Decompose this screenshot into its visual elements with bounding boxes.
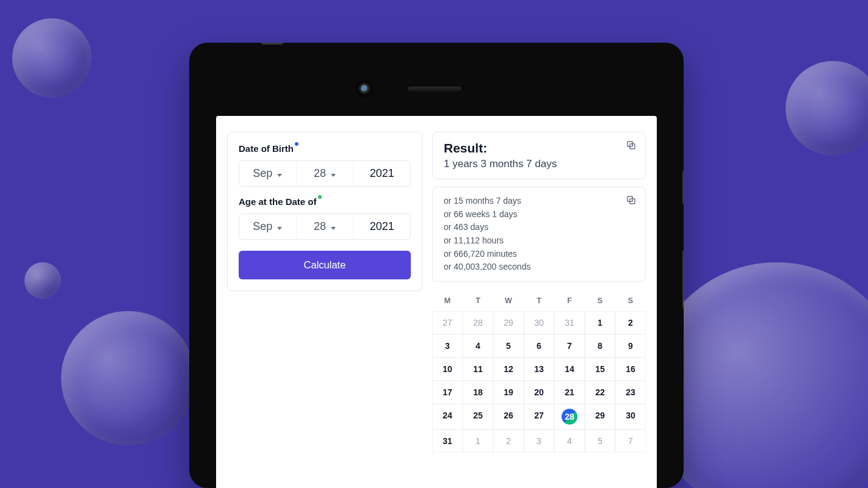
age-at-group: Age at the Date of Sep 28 2021	[239, 196, 411, 240]
dob-day-select[interactable]: 28	[296, 161, 353, 186]
calendar-day[interactable]: 2	[615, 311, 646, 334]
calendar-day[interactable]: 15	[585, 357, 615, 381]
calendar-day[interactable]: 27	[524, 404, 554, 429]
dob-label-text: Date of Birth	[239, 143, 294, 154]
calendar-row: 3456789	[432, 334, 646, 357]
calendar-day[interactable]: 19	[493, 381, 524, 404]
calendar-day[interactable]: 9	[615, 334, 646, 357]
results-column: Result: 1 years 3 months 7 days or 15 mo…	[432, 132, 646, 472]
age-at-label: Age at the Date of	[239, 196, 317, 207]
calendar-weekdays: MTWTFSS	[432, 292, 646, 311]
calendar-day[interactable]: 30	[524, 311, 554, 334]
age-at-day-value: 28	[314, 220, 326, 233]
copy-icon[interactable]	[626, 140, 637, 151]
decorative-bubble	[12, 18, 92, 98]
calendar-row: 17181920212223	[432, 381, 646, 404]
calendar-day[interactable]: 7	[554, 334, 585, 357]
tablet-side-button	[682, 171, 684, 204]
calendar-day[interactable]: 28	[554, 404, 585, 429]
calendar-day[interactable]: 31	[432, 429, 463, 453]
dob-date-row: Sep 28 2021	[239, 160, 411, 187]
age-at-year-input[interactable]: 2021	[353, 214, 410, 239]
calendar-day[interactable]: 16	[615, 357, 646, 381]
tablet-camera	[359, 83, 370, 94]
calendar-day[interactable]: 21	[554, 381, 585, 404]
indicator-dot-icon	[295, 142, 298, 146]
chevron-down-icon	[330, 220, 336, 233]
weekday-header: T	[463, 292, 493, 311]
calendar-day[interactable]: 8	[585, 334, 615, 357]
decorative-bubble	[24, 262, 61, 299]
chevron-down-icon	[330, 167, 336, 180]
result-title: Result:	[444, 141, 634, 156]
age-at-month-select[interactable]: Sep	[239, 214, 296, 239]
calendar-row: 272829303112	[432, 311, 646, 334]
calendar-day[interactable]: 23	[615, 381, 646, 404]
calendar-day[interactable]: 7	[615, 429, 646, 453]
weekday-header: F	[554, 292, 585, 311]
weekday-header: W	[493, 292, 524, 311]
breakdown-line: or 66 weeks 1 days	[444, 208, 634, 221]
decorative-bubble	[786, 61, 868, 156]
calendar-body: 2728293031123456789101112131415161718192…	[432, 311, 646, 453]
weekday-header: T	[524, 292, 554, 311]
dob-label: Date of Birth	[239, 143, 294, 154]
calendar-day[interactable]: 3	[524, 429, 554, 453]
dob-day-value: 28	[314, 167, 326, 180]
breakdown-line: or 11,112 hours	[444, 234, 634, 248]
calendar-day[interactable]: 1	[463, 429, 493, 453]
age-at-month-value: Sep	[253, 220, 272, 233]
tablet-power-button	[261, 43, 283, 45]
decorative-bubble	[61, 311, 195, 445]
calendar-row: 10111213141516	[432, 357, 646, 381]
age-at-date-row: Sep 28 2021	[239, 214, 411, 240]
age-at-day-select[interactable]: 28	[296, 214, 353, 239]
breakdown-line: or 40,003,200 seconds	[444, 260, 634, 274]
calendar-day[interactable]: 10	[432, 357, 463, 381]
calendar-day[interactable]: 25	[463, 404, 493, 429]
calculate-button[interactable]: Calculate	[239, 251, 411, 279]
calendar-day[interactable]: 30	[615, 404, 646, 429]
age-at-label-text: Age at the Date of	[239, 196, 317, 207]
calendar-day[interactable]: 27	[432, 311, 463, 334]
breakdown-line: or 463 days	[444, 221, 634, 234]
weekday-header: S	[615, 292, 646, 311]
calendar-day[interactable]: 1	[585, 311, 615, 334]
result-summary: 1 years 3 months 7 days	[444, 158, 634, 170]
calendar-day[interactable]: 13	[524, 357, 554, 381]
calendar-day[interactable]: 24	[432, 404, 463, 429]
dob-month-value: Sep	[253, 167, 272, 180]
calendar-day[interactable]: 14	[554, 357, 585, 381]
calendar-day[interactable]: 5	[493, 334, 524, 357]
calendar-day[interactable]: 11	[463, 357, 493, 381]
chevron-down-icon	[276, 220, 282, 233]
calendar-day[interactable]: 20	[524, 381, 554, 404]
weekday-header: M	[432, 292, 463, 311]
calendar-day[interactable]: 2	[493, 429, 524, 453]
dob-year-input[interactable]: 2021	[353, 161, 410, 186]
calendar-day[interactable]: 29	[585, 404, 615, 429]
copy-icon[interactable]	[626, 195, 637, 206]
calendar-day[interactable]: 5	[585, 429, 615, 453]
selected-day-marker: 28	[562, 409, 577, 425]
tablet-frame: Date of Birth Sep 28 2021	[189, 43, 684, 488]
dob-group: Date of Birth Sep 28 2021	[239, 143, 411, 187]
age-at-year-value: 2021	[370, 220, 394, 233]
calendar-day[interactable]: 3	[432, 334, 463, 357]
calendar-day[interactable]: 22	[585, 381, 615, 404]
calendar-row: 24252627282930	[432, 404, 646, 429]
dob-month-select[interactable]: Sep	[239, 161, 296, 186]
calendar-day[interactable]: 6	[524, 334, 554, 357]
calendar-day[interactable]: 29	[493, 311, 524, 334]
calendar-day[interactable]: 17	[432, 381, 463, 404]
calendar-day[interactable]: 4	[463, 334, 493, 357]
chevron-down-icon	[276, 167, 282, 180]
tablet-side-button	[682, 250, 684, 308]
calendar-day[interactable]: 26	[493, 404, 524, 429]
weekday-header: S	[585, 292, 615, 311]
calendar-day[interactable]: 4	[554, 429, 585, 453]
calendar-day[interactable]: 12	[493, 357, 524, 381]
calendar-day[interactable]: 31	[554, 311, 585, 334]
calendar-day[interactable]: 28	[463, 311, 493, 334]
calendar-day[interactable]: 18	[463, 381, 493, 404]
